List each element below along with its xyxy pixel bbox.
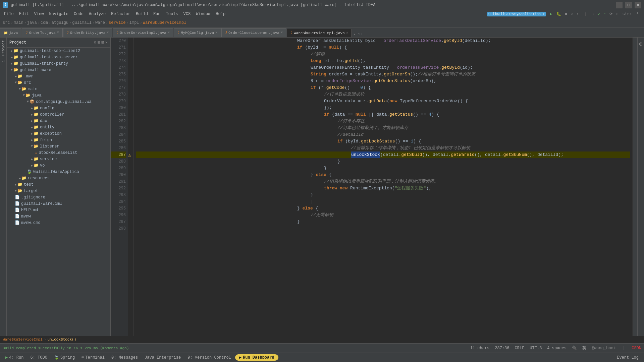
git-history-icon[interactable]: ⟳: [609, 12, 612, 16]
tree-item-ware[interactable]: ▼ 📂 gulimall-ware: [7, 67, 110, 73]
tab-more-button[interactable]: ▸ 1+: [352, 31, 364, 37]
tree-item-test[interactable]: ▶ 📁 test: [7, 181, 110, 188]
sidebar-collapse-icon[interactable]: ⊟: [102, 40, 104, 45]
tab-orderentity[interactable]: J OrderEntity.java ×: [63, 28, 113, 37]
nav-atguigu[interactable]: atguigu: [52, 20, 68, 25]
tree-item-service[interactable]: ▶ 📁 service: [7, 156, 110, 162]
tree-item-mvnwcmd[interactable]: 📄 mvnw.cmd: [7, 220, 110, 226]
run-config-selector[interactable]: GulimallGatewayApplication ▾: [487, 12, 546, 16]
tree-item-sso-server[interactable]: ▶ 📁 gulimall-test-sso-server: [7, 54, 110, 60]
tree-item-listener[interactable]: ▼ 📂 listener: [7, 143, 110, 149]
event-log-button[interactable]: Event Log: [614, 355, 641, 361]
tab-close-orderserviceimpl[interactable]: ×: [168, 31, 170, 35]
menu-file[interactable]: File: [1, 11, 16, 17]
nav-impl[interactable]: impl: [129, 20, 139, 25]
menu-edit[interactable]: Edit: [16, 11, 32, 17]
git-update-icon[interactable]: ↓: [592, 12, 594, 16]
tab-close-ordercloselistener[interactable]: ×: [281, 31, 283, 35]
tree-item-resources[interactable]: ▶ 📁 resources: [7, 175, 110, 181]
nav-gulimall[interactable]: gulimall: [72, 20, 92, 25]
tree-item-target[interactable]: ▼ 📂 target: [7, 188, 110, 194]
menu-view[interactable]: View: [32, 11, 47, 17]
tree-item-mvnw[interactable]: 📄 mvnw: [7, 213, 110, 220]
tab-close-mymqconfig[interactable]: ×: [215, 31, 217, 35]
menu-build[interactable]: Build: [133, 11, 151, 17]
menu-window[interactable]: Window: [193, 11, 213, 17]
nav-service[interactable]: service: [109, 20, 125, 25]
git-push-icon[interactable]: ↑: [604, 12, 606, 16]
tab-close-wareskuserviceimpl[interactable]: ×: [346, 31, 348, 35]
tree-item-gulimallwareapp[interactable]: 🍃 GulimallWareApplica: [7, 169, 110, 175]
menu-navigate[interactable]: Navigate: [46, 11, 71, 17]
tree-item-third-party[interactable]: ▶ 📁 gulimall-third-party: [7, 60, 110, 67]
nav-ware[interactable]: ware: [95, 20, 105, 25]
minimize-button[interactable]: ─: [616, 2, 623, 8]
tree-item-mvn[interactable]: ▶ 📁 .mvn: [7, 73, 110, 79]
tree-item-main[interactable]: ▼ 📂 main: [7, 86, 110, 92]
tree-item-iml[interactable]: 📄 gulimall-ware.iml: [7, 200, 110, 207]
run-button[interactable]: ▶ 4: Run: [3, 354, 26, 361]
vertical-scrollbar[interactable]: [633, 38, 637, 336]
menu-help[interactable]: Help: [213, 11, 228, 17]
tree-item-src[interactable]: ▼ 📂 src: [7, 79, 110, 86]
spring-button[interactable]: 🍃 Spring: [51, 354, 77, 361]
tree-item-feign[interactable]: ▶ 📁 feign: [7, 137, 110, 143]
tree-item-help[interactable]: 📄 HELP.md: [7, 207, 110, 213]
tab-orderto[interactable]: J OrderTo.java ×: [22, 28, 62, 37]
project-tab[interactable]: 1: Project: [1, 38, 6, 65]
tree-item-stockrelease[interactable]: ☕ StockReleaseList: [7, 149, 110, 156]
tab-close-orderentity[interactable]: ×: [107, 31, 109, 35]
tree-item-entity[interactable]: ▶ 📁 entity: [7, 124, 110, 130]
run-icon[interactable]: ▶: [550, 12, 552, 16]
code-editor[interactable]: WareOrderTaskDetailEntity byId = orderTa…: [133, 38, 633, 336]
sidebar-gear-icon[interactable]: ⚙: [94, 40, 96, 45]
java-enterprise-button[interactable]: Java Enterprise: [142, 355, 183, 361]
stop-icon[interactable]: ■: [565, 12, 568, 16]
tree-item-sso-client2[interactable]: ▶ 📁 gulimall-test-sso-client2: [7, 48, 110, 54]
profile-icon[interactable]: ⚡: [577, 12, 579, 16]
tab-orderserviceimpl[interactable]: J OrderServiceImpl.java ×: [113, 28, 173, 37]
tree-item-controller[interactable]: ▶ 📁 controller: [7, 111, 110, 118]
git-commit-icon[interactable]: ✓: [598, 12, 600, 16]
run-dashboard-button[interactable]: ▶ Run Dashboard: [235, 354, 278, 361]
nav-class[interactable]: WareSkuServiceImpl: [143, 20, 186, 25]
tree-item-gitignore[interactable]: 📄 .gitignore: [7, 194, 110, 200]
tab-wareskuserviceimpl[interactable]: J WareSkuServiceImpl.java ×: [287, 29, 352, 38]
nav-src[interactable]: src: [3, 20, 10, 25]
nav-java[interactable]: java: [27, 20, 37, 25]
terminal-button[interactable]: ⌨ Terminal: [79, 354, 107, 361]
coverage-icon[interactable]: ☑: [571, 12, 573, 16]
git-revert-icon[interactable]: ↩: [616, 12, 619, 16]
tree-item-com[interactable]: ▼ 📦 com.atguigu.gulimall.wa: [7, 99, 110, 105]
line-num-288: 288: [111, 158, 126, 165]
tree-item-java[interactable]: ▼ 📂 java: [7, 92, 110, 99]
menu-refactor[interactable]: Refactor: [108, 11, 133, 17]
menu-analyze[interactable]: Analyze: [86, 11, 108, 17]
breadcrumb-method[interactable]: unlockStock(): [47, 338, 76, 342]
tree-item-vo[interactable]: ▶ 📁 vo: [7, 162, 110, 169]
messages-button[interactable]: 0: Messages: [109, 355, 141, 361]
nav-main[interactable]: main: [14, 20, 23, 25]
tree-item-dao[interactable]: ▶ 📁 dao: [7, 118, 110, 124]
tree-item-exception[interactable]: ▶ 📁 exception: [7, 130, 110, 137]
menu-run[interactable]: Run: [151, 11, 163, 17]
tab-mymqconfig[interactable]: J MyMQConfig.java ×: [174, 28, 221, 37]
todo-button[interactable]: 6: TODO: [28, 355, 50, 361]
debug-icon[interactable]: 🐛: [556, 12, 561, 16]
tab-ordercloselistener[interactable]: J OrderCloseListener.java ×: [221, 28, 286, 37]
breadcrumb-class[interactable]: WareSkuServiceImpl: [3, 338, 43, 342]
nav-com[interactable]: com: [41, 20, 48, 25]
tree-item-config[interactable]: ▶ 📁 config: [7, 105, 110, 111]
right-panel-expand[interactable]: ⊕: [639, 40, 643, 48]
close-button[interactable]: ✕: [635, 2, 641, 8]
maximize-button[interactable]: □: [625, 2, 632, 8]
menu-code[interactable]: Code: [71, 11, 86, 17]
sidebar-close-icon[interactable]: ✕: [105, 40, 108, 45]
git-branch-icon[interactable]: ⋮: [636, 12, 639, 16]
sidebar-expand-icon[interactable]: ⊞: [98, 40, 100, 45]
menu-vcs[interactable]: VCS: [181, 11, 194, 17]
version-control-button[interactable]: 9: Version Control: [185, 355, 234, 361]
menu-tools[interactable]: Tools: [163, 11, 181, 17]
tab-close-orderto[interactable]: ×: [57, 31, 59, 35]
tab-java-dir[interactable]: 📁 java: [0, 28, 21, 37]
